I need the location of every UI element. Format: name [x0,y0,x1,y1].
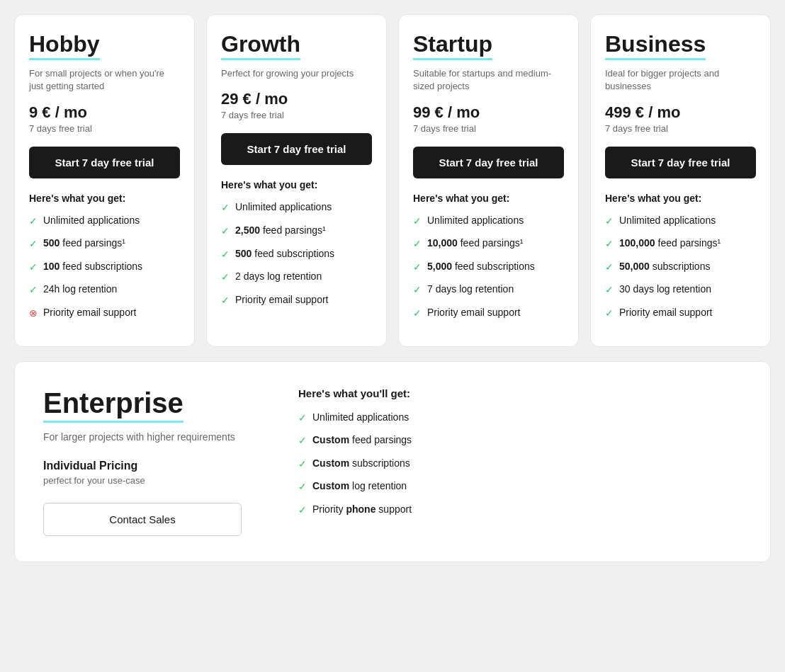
pricing-grid: Hobby For small projects or when you're … [14,14,771,347]
feature-item: ✓ 500 feed parsings¹ [29,237,180,251]
check-icon: ✓ [298,434,307,448]
plan-name: Hobby [29,32,100,60]
feature-text: 500 feed subscriptions [235,247,334,261]
feature-item: ✓ 30 days log retention [605,283,756,297]
feature-text: Priority email support [619,306,713,320]
feature-item: ✓ 100 feed subscriptions [29,260,180,275]
feature-item: ✓ 100,000 feed parsings¹ [605,237,756,251]
plan-price: 9 € / mo [29,103,180,122]
plan-cta-button[interactable]: Start 7 day free trial [413,147,564,178]
feature-text: Priority email support [43,306,137,320]
check-icon: ✓ [413,237,422,251]
enterprise-right: Here's what you'll get: ✓ Unlimited appl… [298,387,742,526]
plan-trial: 7 days free trial [605,123,756,134]
features-header: Here's what you get: [413,193,564,204]
plan-description: Ideal for bigger projects and businesses [605,67,756,93]
plan-cta-button[interactable]: Start 7 day free trial [605,147,756,178]
plan-trial: 7 days free trial [413,123,564,134]
feature-item: ✓ Unlimited applications [221,200,372,215]
feature-text: 7 days log retention [427,283,514,297]
feature-text: Custom feed parsings [312,433,412,448]
feature-text: 100,000 feed parsings¹ [619,237,721,251]
check-icon: ✓ [605,307,614,321]
check-icon: ✓ [221,270,230,285]
check-icon: ✓ [298,503,307,518]
check-icon: ✓ [298,457,307,472]
plan-card-hobby: Hobby For small projects or when you're … [14,14,195,347]
plan-card-startup: Startup Suitable for startups and medium… [398,14,579,347]
cross-icon: ⊗ [29,307,38,321]
feature-item: ✓ Custom feed parsings [298,433,742,448]
plan-price: 29 € / mo [221,90,372,108]
feature-item: ✓ Unlimited applications [413,214,564,229]
feature-text: 2,500 feed parsings¹ [235,224,326,238]
check-icon: ✓ [298,480,307,494]
feature-item: ✓ Unlimited applications [605,214,756,229]
plan-cta-button[interactable]: Start 7 day free trial [29,147,180,178]
check-icon: ✓ [413,261,422,275]
feature-text: Unlimited applications [619,214,716,228]
feature-text: Unlimited applications [43,214,140,228]
plan-description: Perfect for growing your projects [221,67,372,80]
enterprise-pricing-label: Individual Pricing [43,460,242,472]
feature-item: ✓ Unlimited applications [29,214,180,229]
feature-item: ✓ Unlimited applications [298,411,742,426]
feature-text: Priority phone support [312,503,412,517]
plan-name: Growth [221,32,300,60]
check-icon: ✓ [29,261,38,275]
feature-item: ✓ Custom subscriptions [298,457,742,472]
enterprise-features-header: Here's what you'll get: [298,387,742,399]
feature-item: ✓ 50,000 subscriptions [605,260,756,275]
enterprise-features-list: ✓ Unlimited applications ✓ Custom feed p… [298,411,742,518]
feature-text: Custom subscriptions [312,457,410,471]
enterprise-left: Enterprise For larger projects with high… [43,387,242,536]
feature-text: Priority email support [427,306,521,320]
feature-text: 500 feed parsings¹ [43,237,125,251]
feature-item: ⊗ Priority email support [29,306,180,321]
plan-price: 99 € / mo [413,103,564,122]
plan-description: For small projects or when you're just g… [29,67,180,93]
plan-trial: 7 days free trial [29,123,180,134]
plan-cta-button[interactable]: Start 7 day free trial [221,133,372,165]
feature-item: ✓ Priority email support [221,293,372,308]
check-icon: ✓ [413,215,422,229]
enterprise-pricing-sublabel: perfect for your use-case [43,475,242,486]
feature-text: 30 days log retention [619,283,711,297]
features-header: Here's what you get: [605,193,756,204]
features-header: Here's what you get: [221,179,372,190]
feature-item: ✓ 24h log retention [29,283,180,297]
plan-description: Suitable for startups and medium-sized p… [413,67,564,93]
plan-card-business: Business Ideal for bigger projects and b… [590,14,771,347]
feature-text: 100 feed subscriptions [43,260,142,274]
check-icon: ✓ [221,224,230,239]
check-icon: ✓ [605,283,614,297]
feature-text: Unlimited applications [312,411,409,425]
check-icon: ✓ [221,201,230,215]
check-icon: ✓ [29,215,38,229]
feature-item: ✓ Priority email support [413,306,564,321]
enterprise-section: Enterprise For larger projects with high… [14,361,771,562]
feature-text: 5,000 feed subscriptions [427,260,535,274]
feature-item: ✓ 500 feed subscriptions [221,247,372,262]
plan-name: Startup [413,32,492,60]
enterprise-description: For larger projects with higher requirem… [43,431,242,443]
enterprise-card: Enterprise For larger projects with high… [14,361,771,562]
check-icon: ✓ [605,215,614,229]
enterprise-plan-name: Enterprise [43,387,183,423]
feature-text: Priority email support [235,293,329,307]
plan-name: Business [605,32,706,60]
plan-price: 499 € / mo [605,103,756,122]
check-icon: ✓ [605,261,614,275]
feature-text: 2 days log retention [235,270,322,284]
check-icon: ✓ [413,307,422,321]
feature-item: ✓ Custom log retention [298,479,742,494]
contact-sales-button[interactable]: Contact Sales [43,503,242,536]
check-icon: ✓ [413,283,422,297]
feature-text: Unlimited applications [427,214,524,228]
check-icon: ✓ [221,248,230,262]
check-icon: ✓ [605,237,614,251]
feature-item: ✓ 7 days log retention [413,283,564,297]
feature-item: ✓ 10,000 feed parsings¹ [413,237,564,251]
check-icon: ✓ [221,294,230,308]
plan-card-growth: Growth Perfect for growing your projects… [206,14,387,347]
